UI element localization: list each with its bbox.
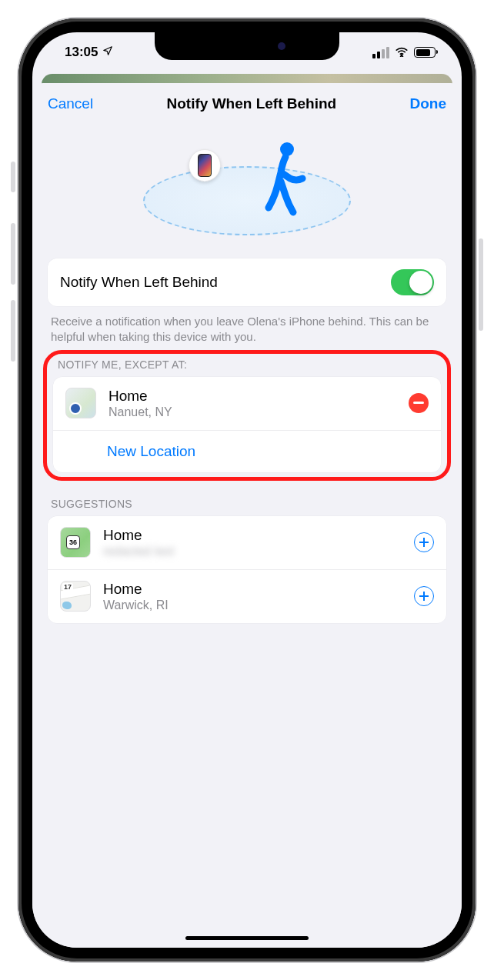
except-location-subtitle: Nanuet, NY [108, 405, 396, 419]
screen: 13:05 Cancel [32, 32, 462, 948]
device-pin-icon [189, 149, 221, 182]
notify-toggle-label: Notify When Left Behind [60, 274, 218, 291]
location-arrow-icon [102, 45, 113, 60]
page-title: Notify When Left Behind [167, 95, 337, 112]
device-frame: 13:05 Cancel [0, 0, 494, 980]
wifi-icon [394, 45, 409, 61]
cellular-signal-icon [372, 47, 389, 58]
nav-bar: Cancel Notify When Left Behind Done [32, 83, 462, 120]
suggestion-subtitle: Warwick, RI [103, 598, 402, 612]
notify-description: Receive a notification when you leave Ol… [32, 306, 462, 350]
except-card: Home Nanuet, NY New Location [53, 377, 441, 472]
suggestions-card: 36 Home redacted text 17 [48, 516, 446, 623]
notch [155, 32, 339, 60]
notify-toggle-switch[interactable] [391, 269, 434, 295]
volume-up-button [11, 223, 15, 285]
mute-switch [11, 162, 15, 192]
battery-icon [414, 47, 436, 58]
status-time: 13:05 [65, 45, 98, 60]
except-location-text: Home Nanuet, NY [108, 388, 396, 419]
suggestion-subtitle-redacted: redacted text [103, 545, 402, 558]
suggestion-row[interactable]: 36 Home redacted text [48, 516, 446, 570]
add-location-button[interactable] [414, 532, 434, 552]
svg-point-0 [401, 54, 403, 56]
remove-location-button[interactable] [409, 393, 429, 413]
except-location-title: Home [108, 388, 396, 405]
suggestions-header: Suggestions [32, 481, 462, 516]
volume-down-button [11, 300, 15, 362]
calendar-badge-icon: 36 [66, 535, 80, 549]
modal-sheet: Cancel Notify When Left Behind Done [32, 83, 462, 948]
map-thumbnail-icon: 36 [60, 527, 91, 558]
device-bezel: 13:05 Cancel [18, 18, 476, 962]
route-badge-icon: 17 [62, 583, 73, 591]
suggestion-row[interactable]: 17 Home Warwick, RI [48, 570, 446, 623]
suggestion-title: Home [103, 581, 402, 598]
new-location-button[interactable]: New Location [53, 431, 441, 472]
map-thumbnail-icon [65, 388, 96, 418]
done-button[interactable]: Done [410, 95, 447, 112]
suggestion-text: Home Warwick, RI [103, 581, 402, 612]
except-section-highlight: Notify Me, Except At: Home Nanuet, NY Ne… [43, 350, 451, 481]
geofence-ellipse-icon [143, 166, 351, 235]
illustration [48, 125, 446, 248]
walking-person-icon [255, 140, 309, 220]
notify-toggle-card: Notify When Left Behind [48, 258, 446, 306]
except-header: Notify Me, Except At: [47, 355, 447, 377]
home-indicator[interactable] [185, 936, 309, 940]
suggestion-title: Home [103, 527, 402, 544]
except-location-row[interactable]: Home Nanuet, NY [53, 377, 441, 431]
cancel-button[interactable]: Cancel [48, 95, 93, 112]
notify-toggle-row[interactable]: Notify When Left Behind [48, 258, 446, 306]
suggestion-text: Home redacted text [103, 527, 402, 558]
power-button [479, 238, 483, 331]
add-location-button[interactable] [414, 586, 434, 606]
map-thumbnail-icon: 17 [60, 581, 91, 612]
